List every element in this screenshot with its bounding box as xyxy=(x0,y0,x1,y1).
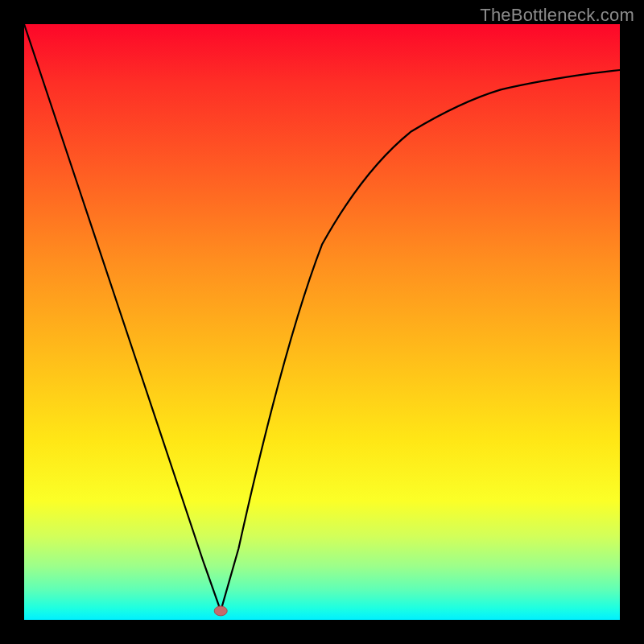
vertex-marker xyxy=(214,606,227,616)
chart-frame: TheBottleneck.com xyxy=(0,0,644,644)
bottleneck-curve xyxy=(24,24,620,611)
plot-area xyxy=(24,24,620,620)
watermark-text: TheBottleneck.com xyxy=(480,5,634,26)
curve-svg xyxy=(24,24,620,620)
